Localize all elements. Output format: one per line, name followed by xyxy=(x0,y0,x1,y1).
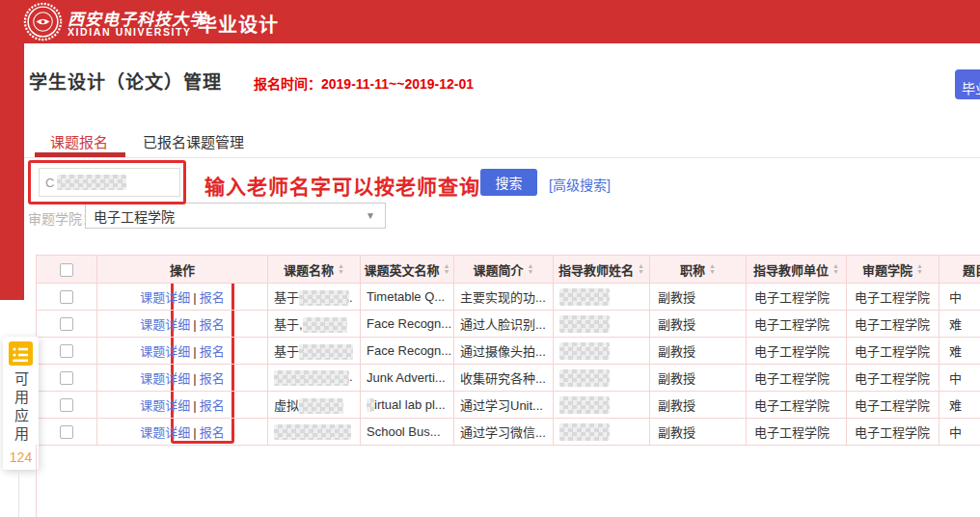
advanced-search-link[interactable]: [高级搜索] xyxy=(549,175,611,194)
row-checkbox[interactable] xyxy=(60,290,73,304)
link-separator: | xyxy=(193,371,196,386)
redacted-text xyxy=(299,344,353,360)
topic-detail-link[interactable]: 课题详细 xyxy=(140,290,190,305)
row-checkbox[interactable] xyxy=(60,425,73,439)
redacted-text xyxy=(299,398,343,414)
topic-name: 基于 xyxy=(274,344,299,359)
topic-en-name: Face Recogn... xyxy=(361,311,454,338)
teacher-unit: 电子工程学院 xyxy=(747,284,847,311)
table-row: 课题详细|报名 基于. Timetable Q... 主要实现的功... 副教授… xyxy=(37,284,980,311)
redacted-teacher-name xyxy=(559,423,610,441)
app-list-icon xyxy=(9,341,33,366)
signup-link[interactable]: 报名 xyxy=(200,371,225,386)
link-separator: | xyxy=(193,344,196,359)
university-name-en: XIDIAN UNIVERSITY xyxy=(68,26,192,38)
topic-en-name: Face Recogn... xyxy=(361,338,454,365)
signup-time-value: 2019-11-11~~2019-12-01 xyxy=(321,76,474,92)
link-separator: | xyxy=(193,398,196,413)
topic-en-name: irtual lab pl... xyxy=(374,397,446,412)
topic-detail-link[interactable]: 课题详细 xyxy=(140,344,190,359)
sort-icon[interactable]: ▲▼ xyxy=(338,263,344,275)
available-apps-label: 可用应用 xyxy=(11,371,31,445)
topic-detail-link[interactable]: 课题详细 xyxy=(140,371,190,386)
signup-time-label: 报名时间： xyxy=(254,76,321,92)
table-row: 课题详细|报名 . Junk Adverti... 收集研究各种... 副教授 … xyxy=(37,365,980,392)
header-topic-name-label: 课题名称 xyxy=(284,260,334,279)
review-college: 电子工程学院 xyxy=(847,419,939,446)
annotation-text: 输入老师名字可以按老师查询 xyxy=(204,171,480,200)
topic-en-name: Junk Adverti... xyxy=(361,365,454,392)
topic-en-name: Timetable Q... xyxy=(361,284,454,311)
available-apps-panel[interactable]: 可用应用 124 xyxy=(3,337,39,470)
header-topic-en-name-label: 课题英文名称 xyxy=(365,260,440,279)
signup-link[interactable]: 报名 xyxy=(200,398,225,413)
teacher-unit: 电子工程学院 xyxy=(747,338,847,365)
topic-name: 虚拟 xyxy=(274,398,299,413)
row-checkbox[interactable] xyxy=(60,398,73,412)
row-checkbox[interactable] xyxy=(60,344,73,358)
topic-difficulty: 难 xyxy=(939,338,980,365)
topic-en-name: School Bus... xyxy=(361,419,454,446)
topic-brief: 通过学习微信... xyxy=(454,419,554,446)
topic-brief: 主要实现的功... xyxy=(454,284,554,311)
redacted-text xyxy=(367,398,374,412)
table-header-row: 操作 课题名称▲▼ 课题英文名称▲▼ 课题简介▲▼ 指导教师姓名▲▼ 职称▲▼ … xyxy=(37,256,980,284)
signup-time: 报名时间：2019-11-11~~2019-12-01 xyxy=(254,73,474,93)
topic-detail-link[interactable]: 课题详细 xyxy=(140,398,190,413)
sort-icon[interactable]: ▲▼ xyxy=(444,263,450,275)
college-select[interactable]: 电子工程学院 ▼ xyxy=(85,203,386,229)
topic-name-suffix: . xyxy=(349,290,353,305)
teacher-unit: 电子工程学院 xyxy=(747,419,847,446)
tab-topic-signup[interactable]: 课题报名 xyxy=(50,131,108,151)
left-red-strip xyxy=(0,43,24,300)
panel-edge-line xyxy=(18,470,19,517)
row-checkbox[interactable] xyxy=(60,317,73,331)
header-topic-difficulty: 题目 xyxy=(939,256,980,284)
sort-icon[interactable]: ▲▼ xyxy=(528,263,534,275)
topic-brief: 收集研究各种... xyxy=(454,365,554,392)
college-select-value: 电子工程学院 xyxy=(94,206,175,226)
signup-link[interactable]: 报名 xyxy=(200,425,225,440)
topic-brief: 通过摄像头拍... xyxy=(454,338,554,365)
header-teacher-unit: 指导教师单位▲▼ xyxy=(747,256,847,284)
teacher-unit: 电子工程学院 xyxy=(747,392,847,419)
header-review-college-label: 审题学院 xyxy=(862,260,912,279)
review-college: 电子工程学院 xyxy=(847,365,939,392)
teacher-unit: 电子工程学院 xyxy=(747,365,847,392)
table-row: 课题详细|报名 基于, Face Recogn... 通过人脸识别... 副教授… xyxy=(37,311,980,338)
table-row: 课题详细|报名 School Bus... 通过学习微信... 副教授 电子工程… xyxy=(37,419,980,446)
university-logo-icon xyxy=(23,2,63,41)
redacted-text xyxy=(274,370,349,386)
topic-name-suffix: . xyxy=(349,369,353,384)
redacted-teacher-name xyxy=(559,342,610,360)
available-apps-count: 124 xyxy=(10,449,32,465)
sort-icon[interactable]: ▲▼ xyxy=(916,263,923,275)
teacher-rank: 副教授 xyxy=(650,419,747,446)
header-topic-brief-label: 课题简介 xyxy=(474,260,524,279)
topic-difficulty: 中 xyxy=(939,419,980,446)
select-all-checkbox[interactable] xyxy=(60,263,73,277)
topic-detail-link[interactable]: 课题详细 xyxy=(140,317,190,332)
search-button[interactable]: 搜索 xyxy=(480,169,537,196)
signup-link[interactable]: 报名 xyxy=(200,290,225,305)
row-checkbox[interactable] xyxy=(60,371,73,385)
signup-link[interactable]: 报名 xyxy=(200,317,225,332)
topic-detail-link[interactable]: 课题详细 xyxy=(140,425,190,440)
sort-icon[interactable]: ▲▼ xyxy=(709,263,716,275)
sort-icon[interactable]: ▲▼ xyxy=(638,263,644,275)
teacher-rank: 副教授 xyxy=(650,311,747,338)
table-left-border-line xyxy=(36,445,37,517)
sort-icon[interactable]: ▲▼ xyxy=(832,263,839,275)
redacted-teacher-name xyxy=(559,288,610,306)
tab-signed-topics[interactable]: 已报名课题管理 xyxy=(143,131,244,151)
signup-link[interactable]: 报名 xyxy=(200,344,225,359)
teacher-rank: 副教授 xyxy=(650,392,747,419)
header-topic-name: 课题名称▲▼ xyxy=(268,256,361,284)
graduation-corner-button[interactable]: 毕业 xyxy=(955,69,980,99)
header-rank: 职称▲▼ xyxy=(650,256,747,284)
redacted-search-text xyxy=(57,175,126,190)
header-operation: 操作 xyxy=(97,256,268,284)
page-title: 学生设计（论文）管理 xyxy=(29,68,222,94)
table-row: 课题详细|报名 虚拟 irtual lab pl... 通过学习Unit... … xyxy=(37,392,980,419)
teacher-search-input[interactable]: C xyxy=(39,168,180,197)
